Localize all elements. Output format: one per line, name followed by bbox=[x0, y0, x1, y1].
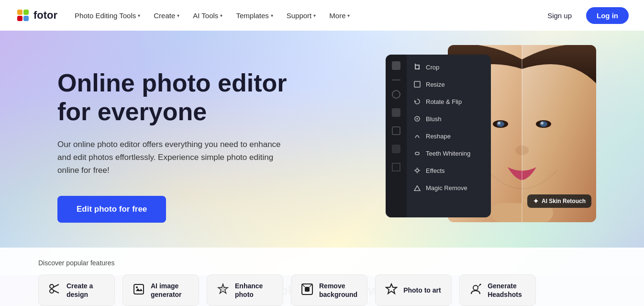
chevron-down-icon: ▾ bbox=[177, 13, 179, 18]
remove-bg-icon bbox=[301, 283, 313, 297]
editor-menu-reshape[interactable]: Reshape bbox=[407, 127, 491, 145]
logo-icon bbox=[15, 8, 31, 23]
editor-menu-blush[interactable]: Blush bbox=[407, 110, 491, 127]
hero-title: Online photo editor for everyone bbox=[57, 69, 287, 126]
svg-rect-0 bbox=[15, 8, 31, 23]
ai-image-gen-icon bbox=[133, 283, 145, 297]
svg-marker-36 bbox=[386, 284, 397, 294]
feature-photo-to-art[interactable]: Photo to art bbox=[375, 274, 452, 306]
reshape-icon bbox=[413, 132, 421, 140]
feature-enhance-photo-label: Enhancephoto bbox=[235, 282, 263, 299]
features-list: Create adesign AI imagegenerator bbox=[38, 274, 606, 306]
editor-sidebar-icons bbox=[386, 55, 407, 217]
svg-rect-2 bbox=[23, 10, 29, 15]
hero-content: Online photo editor for everyone Our onl… bbox=[0, 31, 287, 223]
ai-skin-retouch-badge: ✦ AI Skin Retouch bbox=[527, 194, 591, 208]
nav-support[interactable]: Support ▾ bbox=[281, 8, 322, 23]
editor-icon-square bbox=[392, 108, 400, 117]
editor-menu-magic-remove[interactable]: Magic Remove bbox=[407, 179, 491, 196]
editor-menu-effects[interactable]: Effects bbox=[407, 162, 491, 179]
nav-photo-editing-tools[interactable]: Photo Editing Tools ▾ bbox=[69, 8, 146, 23]
nav-create[interactable]: Create ▾ bbox=[148, 8, 185, 23]
chevron-down-icon: ▾ bbox=[313, 13, 316, 18]
editor-icon-line bbox=[392, 79, 400, 80]
chevron-down-icon: ▾ bbox=[347, 13, 350, 18]
hero-image: Crop Resize Rotate & Flip Blush Reshape bbox=[386, 45, 596, 222]
editor-menu-resize[interactable]: Resize bbox=[407, 76, 491, 93]
editor-menu-teeth[interactable]: Teeth Whitening bbox=[407, 145, 491, 162]
svg-rect-9 bbox=[414, 81, 420, 87]
svg-point-22 bbox=[541, 122, 544, 125]
svg-point-27 bbox=[50, 284, 54, 288]
features-label: Discover popular features bbox=[38, 259, 606, 267]
nav-more[interactable]: More ▾ bbox=[323, 8, 355, 23]
chevron-down-icon: ▾ bbox=[138, 13, 140, 18]
svg-rect-3 bbox=[17, 16, 22, 21]
ai-star-icon: ✦ bbox=[533, 197, 539, 205]
scissors-icon bbox=[48, 283, 61, 298]
hero-section: Online photo editor for everyone Our onl… bbox=[0, 31, 644, 306]
editor-icon-circle bbox=[392, 90, 400, 99]
editor-menu-rotate[interactable]: Rotate & Flip bbox=[407, 93, 491, 110]
svg-point-19 bbox=[498, 122, 500, 125]
editor-icon-grid bbox=[392, 61, 400, 70]
svg-rect-5 bbox=[415, 64, 416, 68]
svg-point-37 bbox=[473, 285, 478, 290]
feature-ai-image-gen[interactable]: AI imagegenerator bbox=[122, 274, 199, 306]
editor-menu: Crop Resize Rotate & Flip Blush Reshape bbox=[407, 55, 491, 196]
feature-remove-bg-label: Removebackground bbox=[319, 282, 357, 299]
crop-icon bbox=[413, 63, 421, 71]
svg-rect-12 bbox=[415, 152, 419, 155]
svg-point-26 bbox=[50, 289, 54, 293]
magic-remove-icon bbox=[413, 184, 421, 192]
svg-point-18 bbox=[497, 121, 504, 127]
photo-to-art-icon bbox=[385, 283, 398, 297]
login-button[interactable]: Log in bbox=[586, 7, 629, 24]
feature-remove-bg[interactable]: Removebackground bbox=[291, 274, 367, 306]
svg-rect-8 bbox=[416, 65, 420, 66]
svg-point-13 bbox=[416, 169, 419, 172]
feature-ai-image-gen-label: AI imagegenerator bbox=[151, 282, 182, 299]
feature-generate-headshots-label: GenerateHeadshots bbox=[488, 282, 522, 299]
editor-menu-crop[interactable]: Crop bbox=[407, 58, 491, 76]
edit-photo-button[interactable]: Edit photo for free bbox=[57, 196, 166, 223]
rotate-icon bbox=[413, 98, 421, 105]
effects-icon bbox=[413, 167, 421, 174]
editor-icon-face bbox=[392, 145, 400, 153]
feature-photo-to-art-label: Photo to art bbox=[403, 286, 441, 295]
teeth-icon bbox=[413, 149, 421, 157]
nav-actions: Sign up Log in bbox=[539, 7, 629, 24]
nav-templates[interactable]: Templates ▾ bbox=[230, 8, 278, 23]
chevron-down-icon: ▾ bbox=[271, 13, 273, 18]
editor-icon-text bbox=[392, 163, 400, 171]
header: fotor Photo Editing Tools ▾ Create ▾ AI … bbox=[0, 0, 644, 31]
svg-rect-1 bbox=[17, 10, 22, 15]
svg-rect-33 bbox=[305, 287, 310, 292]
chevron-down-icon: ▾ bbox=[220, 13, 222, 18]
generate-headshots-icon bbox=[469, 283, 482, 297]
features-bar: Discover popular features Create adesign bbox=[0, 248, 644, 306]
feature-create-design-label: Create adesign bbox=[67, 282, 93, 299]
main-nav: Photo Editing Tools ▾ Create ▾ AI Tools … bbox=[69, 8, 539, 23]
hero-description: Our online photo editor offers everythin… bbox=[57, 138, 287, 177]
svg-point-31 bbox=[136, 286, 138, 288]
nav-ai-tools[interactable]: AI Tools ▾ bbox=[187, 8, 228, 23]
enhance-icon bbox=[217, 283, 229, 297]
editor-icon-crop bbox=[392, 126, 400, 135]
editor-panel: Crop Resize Rotate & Flip Blush Reshape bbox=[386, 55, 491, 217]
resize-icon bbox=[413, 80, 421, 88]
feature-generate-headshots[interactable]: GenerateHeadshots bbox=[459, 274, 536, 306]
blush-icon bbox=[413, 115, 421, 123]
svg-rect-7 bbox=[419, 66, 420, 69]
svg-rect-4 bbox=[23, 16, 29, 21]
svg-point-11 bbox=[416, 118, 418, 120]
logo[interactable]: fotor bbox=[15, 8, 57, 23]
signup-button[interactable]: Sign up bbox=[539, 8, 580, 23]
feature-create-design[interactable]: Create adesign bbox=[38, 274, 115, 306]
svg-point-21 bbox=[540, 121, 547, 127]
logo-text: fotor bbox=[33, 9, 57, 22]
feature-enhance-photo[interactable]: Enhancephoto bbox=[207, 274, 283, 306]
